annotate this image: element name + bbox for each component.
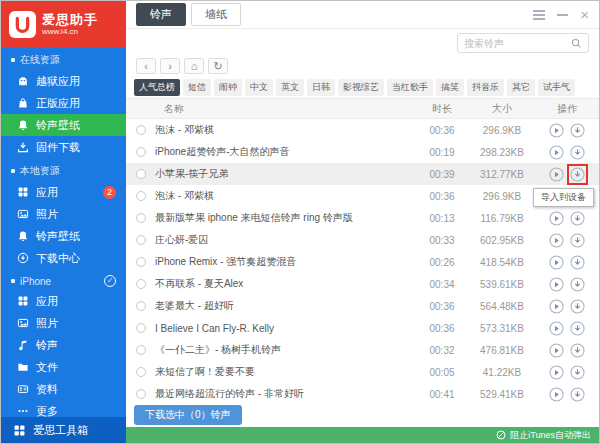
select-radio[interactable] — [136, 301, 146, 311]
menu-icon[interactable] — [533, 14, 545, 16]
select-radio[interactable] — [136, 345, 146, 355]
play-button[interactable] — [549, 145, 564, 160]
refresh-button[interactable]: ↻ — [208, 58, 228, 74]
sidebar-item-label: 正版应用 — [36, 96, 80, 111]
ringtone-row[interactable]: 不再联系 - 夏天Alex00:34539.61KB — [126, 273, 599, 295]
select-radio[interactable] — [136, 213, 146, 223]
notification-badge: 2 — [103, 186, 116, 199]
ringtone-row[interactable]: 小苹果-筷子兄弟00:39312.77KB — [126, 163, 599, 185]
select-radio[interactable] — [136, 147, 146, 157]
home-button[interactable]: ⌂ — [184, 58, 204, 74]
ringtone-name: 老婆最大 - 超好听 — [155, 299, 415, 313]
play-button[interactable] — [549, 167, 564, 182]
ringtone-row[interactable]: 庄心妍-爱囚00:33602.95KB — [126, 229, 599, 251]
ringtone-row[interactable]: 泡沫 - 邓紫棋00:36296.9KB — [126, 185, 599, 207]
tab-wallpaper[interactable]: 墙纸 — [191, 3, 241, 26]
sidebar-item-ringtone[interactable]: 铃声 — [1, 334, 126, 356]
download-button[interactable] — [570, 277, 585, 292]
play-button[interactable] — [549, 365, 564, 380]
close-icon[interactable]: × — [580, 7, 589, 22]
sidebar-item-firmware-download[interactable]: 固件下载 — [1, 136, 126, 158]
download-button[interactable] — [570, 167, 585, 182]
select-radio[interactable] — [136, 169, 146, 179]
back-button[interactable]: ‹ — [136, 58, 156, 74]
sidebar-item-apps[interactable]: 应用 — [1, 290, 126, 312]
category-chip-7[interactable]: 当红歌手 — [387, 79, 433, 96]
photos-icon — [17, 317, 29, 329]
ringtone-row[interactable]: 来短信了啊！爱要不要00:0541.22KB — [126, 361, 599, 383]
select-radio[interactable] — [136, 279, 146, 289]
download-button[interactable] — [570, 233, 585, 248]
sidebar-item-data[interactable]: 资料 — [1, 378, 126, 400]
category-chip-0[interactable]: 人气总榜 — [134, 79, 180, 96]
sidebar-item-jailbreak-apps[interactable]: 越狱应用 — [1, 70, 126, 92]
sidebar-item-ringtone-wallpaper[interactable]: 铃声壁纸 — [1, 225, 126, 247]
play-button[interactable] — [549, 255, 564, 270]
select-radio[interactable] — [136, 235, 146, 245]
sidebar-item-more[interactable]: 更多 — [1, 400, 126, 417]
sidebar-item-photos[interactable]: 照片 — [1, 203, 126, 225]
category-chip-1[interactable]: 短信 — [183, 79, 211, 96]
play-button[interactable] — [549, 233, 564, 248]
ringtone-row[interactable]: iPhone Remix - 强节奏超赞混音00:26418.54KB — [126, 251, 599, 273]
sidebar-item-download-center[interactable]: 下载中心 — [1, 247, 126, 269]
ringtone-row[interactable]: 最新版苹果 iphone 来电短信铃声 ring 铃声版00:13116.79K… — [126, 207, 599, 229]
search-row — [126, 29, 599, 54]
download-button[interactable] — [570, 343, 585, 358]
download-button[interactable] — [570, 299, 585, 314]
sidebar-item-files[interactable]: 文件 — [1, 356, 126, 378]
play-button[interactable] — [549, 321, 564, 336]
category-chip-3[interactable]: 中文 — [245, 79, 273, 96]
ringtone-row[interactable]: I Believe I Can Fly-R. Kelly00:36573.31K… — [126, 317, 599, 339]
category-chip-6[interactable]: 影视综艺 — [338, 79, 384, 96]
play-button[interactable] — [549, 123, 564, 138]
category-chip-11[interactable]: 试手气 — [538, 79, 575, 96]
ringtone-duration: 00:36 — [415, 323, 469, 334]
tab-ringtone[interactable]: 铃声 — [136, 3, 186, 26]
select-radio[interactable] — [136, 125, 146, 135]
ringtone-row[interactable]: 最近网络超流行的铃声 - 非常好听00:41529.41KB — [126, 383, 599, 403]
download-button[interactable] — [570, 145, 585, 160]
ringtone-row[interactable]: 老婆最大 - 超好听00:36564.48KB — [126, 295, 599, 317]
play-button[interactable] — [549, 299, 564, 314]
sidebar-item-photos[interactable]: 照片 — [1, 312, 126, 334]
select-radio[interactable] — [136, 367, 146, 377]
download-button[interactable] — [570, 123, 585, 138]
sidebar-item-apps[interactable]: 应用2 — [1, 181, 126, 203]
download-button[interactable] — [570, 211, 585, 226]
search-input[interactable] — [464, 38, 567, 49]
select-radio[interactable] — [136, 323, 146, 333]
play-button[interactable] — [549, 343, 564, 358]
category-chip-9[interactable]: 抖音乐 — [467, 79, 504, 96]
play-button[interactable] — [549, 211, 564, 226]
category-chip-4[interactable]: 英文 — [276, 79, 304, 96]
brand-site: www.i4.cn — [42, 27, 98, 36]
download-button[interactable] — [570, 321, 585, 336]
play-button[interactable] — [549, 387, 564, 402]
search-icon[interactable] — [571, 38, 582, 49]
category-chip-8[interactable]: 搞笑 — [436, 79, 464, 96]
category-chip-10[interactable]: 其它 — [507, 79, 535, 96]
toolbox-button[interactable]: 爱思工具箱 — [1, 417, 126, 443]
forward-button[interactable]: › — [160, 58, 180, 74]
play-button[interactable] — [549, 277, 564, 292]
download-button[interactable] — [570, 255, 585, 270]
sidebar-item-genuine-apps[interactable]: 正版应用 — [1, 92, 126, 114]
select-radio[interactable] — [136, 191, 146, 201]
ringtone-row[interactable]: 泡沫 - 邓紫棋00:36296.9KB — [126, 119, 599, 141]
sidebar-item-ringtone-wallpaper[interactable]: 铃声壁纸 — [1, 114, 126, 136]
row-actions — [535, 277, 599, 292]
category-chip-2[interactable]: 闹钟 — [214, 79, 242, 96]
ringtone-row[interactable]: 《一仆二主》- 杨树手机铃声00:32476.81KB — [126, 339, 599, 361]
download-button[interactable] — [570, 387, 585, 402]
ringtone-row[interactable]: iPhone超赞铃声-大自然的声音00:19298.23KB — [126, 141, 599, 163]
block-itunes-icon — [496, 430, 506, 440]
select-radio[interactable] — [136, 257, 146, 267]
category-chip-5[interactable]: 日韩 — [307, 79, 335, 96]
select-radio[interactable] — [136, 389, 146, 399]
search-box[interactable] — [457, 33, 589, 53]
itunes-block-label[interactable]: 阻止iTunes自动弹出 — [510, 429, 591, 442]
download-selected-button[interactable]: 下载选中（0）铃声 — [134, 405, 242, 425]
download-button[interactable] — [570, 365, 585, 380]
minimize-icon[interactable] — [557, 14, 568, 16]
